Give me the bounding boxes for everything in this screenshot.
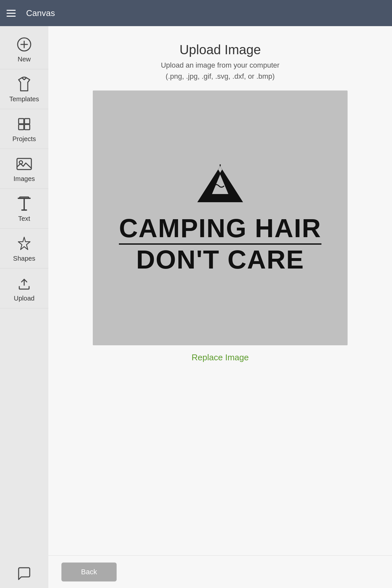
sidebar-item-images[interactable]: Images (0, 149, 48, 189)
sidebar-projects-label: Projects (12, 135, 36, 143)
menu-icon[interactable] (7, 7, 20, 20)
image-preview: CAMPING HAIR DON'T CARE (93, 90, 348, 345)
sidebar-item-projects[interactable]: Projects (0, 109, 48, 149)
sidebar-item-templates[interactable]: Templates (0, 69, 48, 109)
main-body: New Templates P (0, 26, 392, 588)
sidebar-shapes-label: Shapes (13, 255, 35, 262)
sidebar-upload-label: Upload (14, 295, 34, 302)
content-area: Upload Image Upload an image from your c… (48, 26, 392, 588)
sidebar-item-shapes[interactable]: Shapes (0, 229, 48, 269)
svg-rect-5 (19, 124, 24, 130)
camping-text-area: CAMPING HAIR DON'T CARE (119, 215, 321, 273)
sidebar-images-label: Images (13, 175, 35, 183)
text-divider (119, 243, 321, 245)
upload-subtitle: Upload an image from your computer (161, 61, 279, 70)
sidebar-text-label: Text (18, 215, 30, 222)
chat-icon (17, 566, 32, 581)
bottom-bar: Back (48, 555, 392, 588)
header-title: Canvas (26, 8, 55, 18)
back-button[interactable]: Back (61, 563, 117, 581)
images-icon (16, 155, 33, 172)
sidebar-item-chat[interactable] (0, 560, 48, 588)
camping-text-line2: DON'T CARE (136, 247, 304, 273)
replace-image-link[interactable]: Replace Image (192, 352, 249, 363)
text-icon (16, 195, 33, 212)
sidebar-templates-label: Templates (9, 95, 39, 103)
svg-rect-4 (24, 119, 30, 124)
sidebar-item-text[interactable]: Text (0, 189, 48, 229)
svg-rect-3 (19, 119, 24, 124)
svg-rect-6 (24, 124, 30, 130)
sidebar-item-new[interactable]: New (0, 29, 48, 69)
sidebar-item-upload[interactable]: Upload (0, 269, 48, 308)
upload-formats: (.png, .jpg, .gif, .svg, .dxf, or .bmp) (166, 72, 275, 81)
upload-icon (16, 275, 33, 292)
sidebar-spacer (0, 308, 48, 560)
templates-icon (16, 76, 33, 93)
new-icon (16, 36, 33, 53)
tent-illustration (194, 163, 246, 209)
image-preview-inner: CAMPING HAIR DON'T CARE (93, 90, 348, 345)
sidebar-new-label: New (18, 56, 31, 63)
sidebar: New Templates P (0, 26, 48, 588)
camping-text-line1: CAMPING HAIR (119, 215, 321, 241)
svg-rect-7 (17, 158, 31, 170)
shapes-icon (16, 235, 33, 252)
top-header: Canvas (0, 0, 392, 26)
upload-title: Upload Image (179, 42, 261, 57)
projects-icon (16, 116, 33, 133)
